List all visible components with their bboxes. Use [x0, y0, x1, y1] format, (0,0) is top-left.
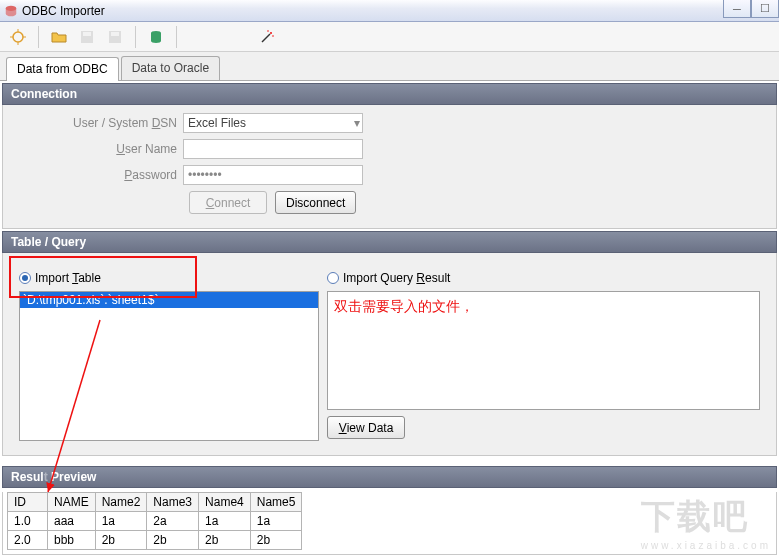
table-cell: 2.0: [8, 531, 48, 550]
table-header[interactable]: Name5: [250, 493, 302, 512]
table-cell: 2b: [250, 531, 302, 550]
password-label: Password: [13, 168, 183, 182]
table-header[interactable]: NAME: [48, 493, 96, 512]
result-preview-header: Result Preview: [2, 466, 777, 488]
table-cell: 2b: [199, 531, 251, 550]
disconnect-button[interactable]: Disconnect: [275, 191, 356, 214]
import-query-label: Import Query Result: [343, 271, 450, 285]
table-listbox[interactable]: `D:\tmp001.xls`.`sheet1$`: [19, 291, 319, 441]
tab-label: Data from ODBC: [17, 62, 108, 76]
username-label: User Name: [13, 142, 183, 156]
username-field[interactable]: [183, 139, 363, 159]
query-textarea[interactable]: 双击需要导入的文件，: [327, 291, 760, 410]
svg-line-11: [262, 34, 270, 42]
password-field[interactable]: [183, 165, 363, 185]
radio-checked-icon: [19, 272, 31, 284]
tab-data-from-odbc[interactable]: Data from ODBC: [6, 57, 119, 81]
title-bar: ODBC Importer ─ ☐: [0, 0, 779, 22]
table-cell: 1a: [199, 512, 251, 531]
svg-point-12: [270, 32, 272, 34]
save-as-icon: [103, 25, 127, 49]
import-table-label: Import Table: [35, 271, 101, 285]
new-icon[interactable]: [6, 25, 30, 49]
import-table-radio[interactable]: Import Table: [19, 267, 319, 291]
minimize-button[interactable]: ─: [723, 0, 751, 18]
svg-rect-7: [83, 32, 91, 36]
dsn-select[interactable]: Excel Files ▾: [183, 113, 363, 133]
table-cell: 1.0: [8, 512, 48, 531]
svg-point-14: [272, 35, 274, 37]
tabs: Data from ODBC Data to Oracle: [0, 52, 779, 81]
import-query-radio[interactable]: Import Query Result: [327, 267, 760, 291]
list-item[interactable]: `D:\tmp001.xls`.`sheet1$`: [20, 292, 318, 308]
view-data-button[interactable]: View Data: [327, 416, 405, 439]
table-row[interactable]: 1.0aaa1a2a1a1a: [8, 512, 302, 531]
maximize-button[interactable]: ☐: [751, 0, 779, 18]
chevron-down-icon: ▾: [354, 116, 360, 130]
table-cell: aaa: [48, 512, 96, 531]
dsn-value: Excel Files: [188, 116, 246, 130]
database-icon[interactable]: [144, 25, 168, 49]
tab-label: Data to Oracle: [132, 61, 209, 75]
connect-button: Connect: [189, 191, 267, 214]
table-header[interactable]: ID: [8, 493, 48, 512]
app-icon: [4, 4, 18, 18]
table-cell: bbb: [48, 531, 96, 550]
connection-panel: User / System DSN Excel Files ▾ User Nam…: [2, 105, 777, 229]
table-query-panel: Import Table `D:\tmp001.xls`.`sheet1$` I…: [2, 253, 777, 456]
svg-point-13: [267, 30, 269, 32]
table-header[interactable]: Name3: [147, 493, 199, 512]
toolbar: [0, 22, 779, 52]
window-controls: ─ ☐: [723, 0, 779, 18]
dsn-label: User / System DSN: [13, 116, 183, 130]
table-row[interactable]: 2.0bbb2b2b2b2b: [8, 531, 302, 550]
svg-rect-9: [111, 32, 119, 36]
open-icon[interactable]: [47, 25, 71, 49]
connection-header: Connection: [2, 83, 777, 105]
table-cell: 1a: [250, 512, 302, 531]
table-cell: 2b: [95, 531, 147, 550]
table-cell: 2b: [147, 531, 199, 550]
table-header[interactable]: Name2: [95, 493, 147, 512]
window-title: ODBC Importer: [22, 4, 105, 18]
table-cell: 1a: [95, 512, 147, 531]
table-cell: 2a: [147, 512, 199, 531]
annotation-text: 双击需要导入的文件，: [334, 298, 474, 314]
table-header[interactable]: Name4: [199, 493, 251, 512]
wand-icon[interactable]: [255, 25, 279, 49]
table-query-header: Table / Query: [2, 231, 777, 253]
result-table: IDNAMEName2Name3Name4Name5 1.0aaa1a2a1a1…: [7, 492, 302, 550]
svg-point-1: [13, 32, 23, 42]
radio-unchecked-icon: [327, 272, 339, 284]
tab-data-to-oracle[interactable]: Data to Oracle: [121, 56, 220, 80]
save-icon: [75, 25, 99, 49]
result-preview-panel: IDNAMEName2Name3Name4Name5 1.0aaa1a2a1a1…: [2, 492, 777, 555]
